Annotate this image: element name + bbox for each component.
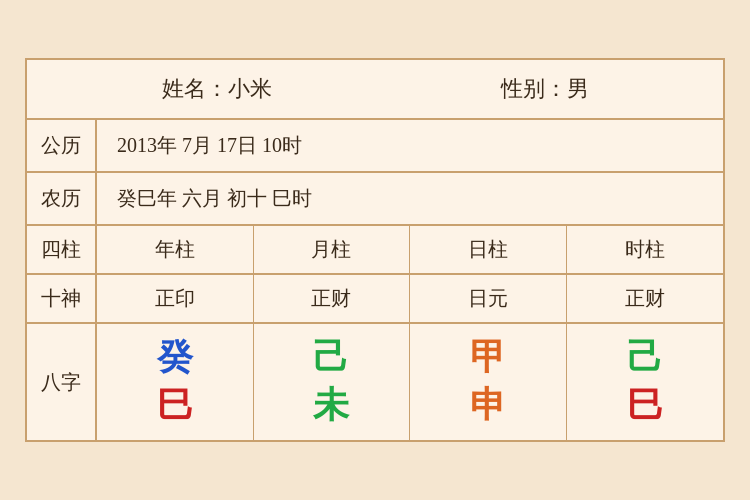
name-label: 姓名：小米 <box>162 74 272 104</box>
bazi-cell-3: 己 巳 <box>567 324 724 439</box>
shishen-cell-1: 正财 <box>254 275 411 322</box>
gongli-label: 公历 <box>27 120 97 171</box>
header-row: 姓名：小米 性别：男 <box>27 60 723 120</box>
bazi-bottom-0: 巳 <box>157 386 193 426</box>
sizhu-cell-0: 年柱 <box>97 226 254 273</box>
bazi-top-3: 己 <box>627 338 663 378</box>
bazi-top-2: 甲 <box>470 338 506 378</box>
bazi-cell-2: 甲 申 <box>410 324 567 439</box>
bazi-label: 八字 <box>27 324 97 439</box>
sizhu-row: 四柱 年柱 月柱 日柱 时柱 <box>27 226 723 275</box>
bazi-top-1: 己 <box>313 338 349 378</box>
bazi-cell-0: 癸 巳 <box>97 324 254 439</box>
bazi-grid: 癸 巳 己 未 甲 申 己 巳 <box>97 324 723 439</box>
shishen-cell-3: 正财 <box>567 275 724 322</box>
shishen-cells: 正印 正财 日元 正财 <box>97 275 723 322</box>
shishen-cell-2: 日元 <box>410 275 567 322</box>
gender-label: 性别：男 <box>501 74 589 104</box>
nongli-row: 农历 癸巳年 六月 初十 巳时 <box>27 173 723 226</box>
sizhu-label: 四柱 <box>27 226 97 273</box>
nongli-label: 农历 <box>27 173 97 224</box>
gongli-row: 公历 2013年 7月 17日 10时 <box>27 120 723 173</box>
bazi-top-0: 癸 <box>157 338 193 378</box>
shishen-label: 十神 <box>27 275 97 322</box>
bazi-bottom-1: 未 <box>313 386 349 426</box>
bazi-bottom-3: 巳 <box>627 386 663 426</box>
main-container: 姓名：小米 性别：男 公历 2013年 7月 17日 10时 农历 癸巳年 六月… <box>25 58 725 441</box>
gongli-value: 2013年 7月 17日 10时 <box>97 120 723 171</box>
bazi-row: 八字 癸 巳 己 未 甲 申 己 巳 <box>27 324 723 439</box>
shishen-row: 十神 正印 正财 日元 正财 <box>27 275 723 324</box>
shishen-cell-0: 正印 <box>97 275 254 322</box>
sizhu-cell-2: 日柱 <box>410 226 567 273</box>
sizhu-cells: 年柱 月柱 日柱 时柱 <box>97 226 723 273</box>
bazi-bottom-2: 申 <box>470 386 506 426</box>
nongli-value: 癸巳年 六月 初十 巳时 <box>97 173 723 224</box>
sizhu-cell-1: 月柱 <box>254 226 411 273</box>
sizhu-cell-3: 时柱 <box>567 226 724 273</box>
bazi-cell-1: 己 未 <box>254 324 411 439</box>
